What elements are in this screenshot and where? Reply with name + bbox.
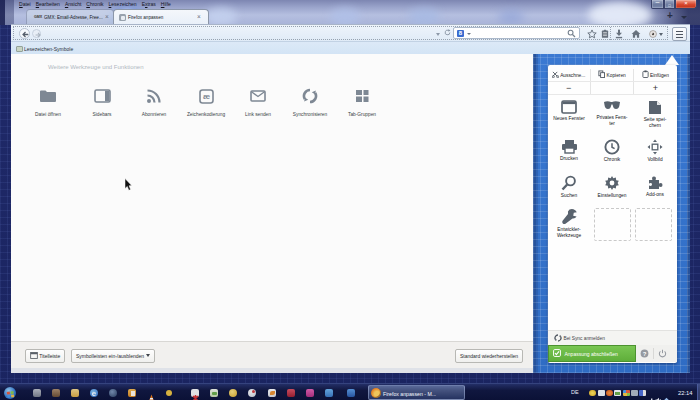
svg-text:æ: æ (202, 92, 209, 101)
svg-text:?: ? (643, 351, 647, 357)
